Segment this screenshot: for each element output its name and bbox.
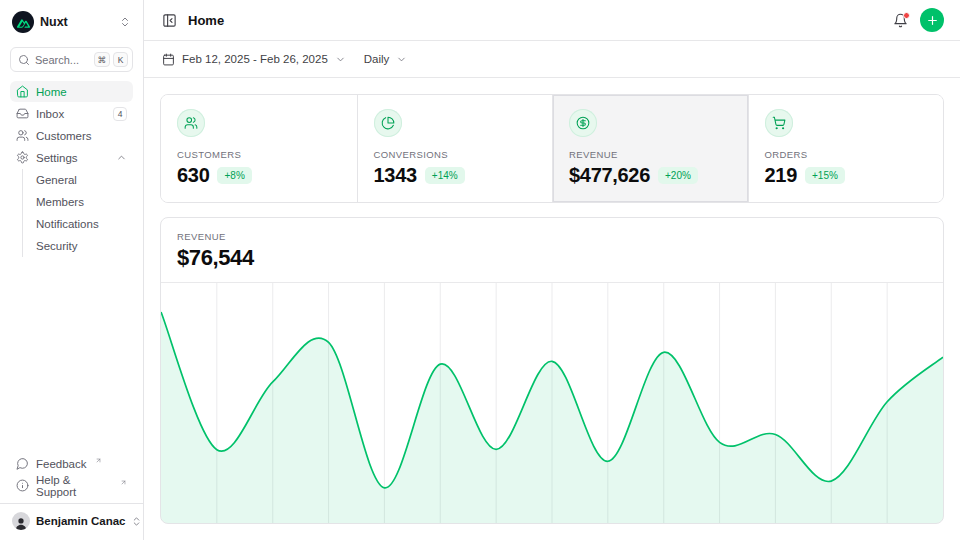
sidebar-collapse-button[interactable] — [160, 11, 179, 30]
chevrons-up-down-icon — [119, 16, 131, 28]
filter-toolbar: Feb 12, 2025 - Feb 26, 2025 Daily — [144, 41, 960, 78]
workspace-name: Nuxt — [40, 15, 68, 29]
sidebar-nav: Home Inbox 4 Customers Settings — [10, 81, 133, 259]
stat-change-badge: +14% — [425, 167, 465, 184]
page-title: Home — [188, 13, 224, 28]
workspace-switcher[interactable]: Nuxt — [10, 8, 133, 36]
chart-header: REVENUE $76,544 — [161, 218, 943, 283]
period-value: Daily — [364, 53, 390, 65]
kbd-k: K — [113, 52, 128, 67]
dashboard-app: Nuxt Search... ⌘ K Home — [0, 0, 960, 540]
stat-label: CONVERSIONS — [374, 149, 537, 160]
chevron-down-icon — [396, 54, 407, 65]
avatar — [12, 512, 30, 530]
stat-value: 1343 — [374, 164, 417, 187]
sidebar-item-label: Home — [36, 86, 127, 98]
sidebar-item-label: Settings — [36, 152, 109, 164]
date-range-value: Feb 12, 2025 - Feb 26, 2025 — [182, 53, 328, 65]
top-header: Home — [144, 0, 960, 41]
stat-card-orders[interactable]: ORDERS 219 +15% — [748, 95, 944, 202]
sidebar-item-label: Customers — [36, 130, 127, 142]
sidebar-item-home[interactable]: Home — [10, 81, 133, 102]
stat-change-badge: +15% — [805, 167, 845, 184]
stat-value: 219 — [765, 164, 797, 187]
add-button[interactable] — [920, 8, 944, 32]
feedback-label: Feedback — [36, 458, 87, 470]
sidebar-subitem-label: Members — [36, 196, 129, 208]
user-menu[interactable]: Benjamin Canac — [10, 504, 133, 532]
stat-change-badge: +8% — [217, 167, 251, 184]
search-placeholder: Search... — [35, 54, 89, 66]
settings-subnav: General Members Notifications Security — [22, 169, 133, 257]
users-icon — [16, 129, 29, 142]
date-range-picker[interactable]: Feb 12, 2025 - Feb 26, 2025 — [160, 49, 348, 70]
chevron-up-icon — [116, 152, 127, 163]
search-icon — [18, 54, 30, 66]
sidebar-footer-links: Feedback Help & Support — [10, 453, 133, 497]
external-link-icon — [95, 457, 102, 464]
stat-label: ORDERS — [765, 149, 928, 160]
chevrons-up-down-icon — [131, 516, 142, 527]
main-panel: Home Feb 12, 2025 - Feb 26, 2025 — [144, 0, 960, 540]
chart-title: REVENUE — [177, 231, 927, 242]
external-link-icon — [120, 479, 127, 486]
inbox-count-badge: 4 — [113, 107, 127, 121]
calendar-icon — [162, 53, 175, 66]
feedback-link[interactable]: Feedback — [10, 453, 133, 474]
sidebar: Nuxt Search... ⌘ K Home — [0, 0, 144, 540]
home-icon — [16, 85, 29, 98]
revenue-area-chart[interactable] — [161, 283, 943, 524]
revenue-chart-card: REVENUE $76,544 14 Feb16 Feb18 Feb20 Feb… — [160, 217, 944, 524]
message-circle-icon — [16, 457, 29, 470]
period-select[interactable]: Daily — [362, 49, 410, 69]
kbd-meta: ⌘ — [94, 52, 111, 67]
topbar-actions — [891, 8, 944, 32]
help-support-label: Help & Support — [36, 474, 112, 498]
sidebar-spacer — [10, 259, 133, 453]
sidebar-item-security[interactable]: Security — [32, 235, 133, 256]
sidebar-subitem-label: Notifications — [36, 218, 129, 230]
sidebar-item-customers[interactable]: Customers — [10, 125, 133, 146]
sidebar-item-members[interactable]: Members — [32, 191, 133, 212]
stat-label: REVENUE — [569, 149, 732, 160]
stat-value: 630 — [177, 164, 209, 187]
dollar-circle-icon — [569, 109, 597, 137]
stat-change-badge: +20% — [658, 167, 698, 184]
sidebar-item-label: Inbox — [36, 108, 106, 120]
help-support-link[interactable]: Help & Support — [10, 475, 133, 496]
stat-card-revenue[interactable]: REVENUE $477,626 +20% — [552, 95, 748, 202]
sidebar-item-settings[interactable]: Settings — [10, 147, 133, 168]
stat-value: $477,626 — [569, 164, 650, 187]
stat-card-conversions[interactable]: CONVERSIONS 1343 +14% — [357, 95, 553, 202]
chart-current-value: $76,544 — [177, 245, 927, 271]
pie-chart-icon — [374, 109, 402, 137]
nuxt-logo-icon — [12, 11, 34, 33]
search-input[interactable]: Search... ⌘ K — [10, 47, 133, 72]
stat-label: CUSTOMERS — [177, 149, 341, 160]
shopping-cart-icon — [765, 109, 793, 137]
user-name: Benjamin Canac — [36, 515, 125, 527]
sidebar-item-general[interactable]: General — [32, 169, 133, 190]
stats-row: CUSTOMERS 630 +8% CONVERSIONS 1343 +14% — [160, 94, 944, 203]
gear-icon — [16, 151, 29, 164]
chevron-down-icon — [335, 54, 346, 65]
dashboard-content: CUSTOMERS 630 +8% CONVERSIONS 1343 +14% — [144, 78, 960, 540]
stat-card-customers[interactable]: CUSTOMERS 630 +8% — [161, 95, 357, 202]
users-icon — [177, 109, 205, 137]
notification-dot — [903, 12, 910, 19]
search-shortcut: ⌘ K — [94, 52, 129, 67]
sidebar-subitem-label: Security — [36, 240, 129, 252]
info-icon — [16, 479, 29, 492]
sidebar-item-notifications[interactable]: Notifications — [32, 213, 133, 234]
notifications-button[interactable] — [891, 11, 910, 30]
sidebar-subitem-label: General — [36, 174, 129, 186]
inbox-icon — [16, 107, 29, 120]
sidebar-item-inbox[interactable]: Inbox 4 — [10, 103, 133, 124]
